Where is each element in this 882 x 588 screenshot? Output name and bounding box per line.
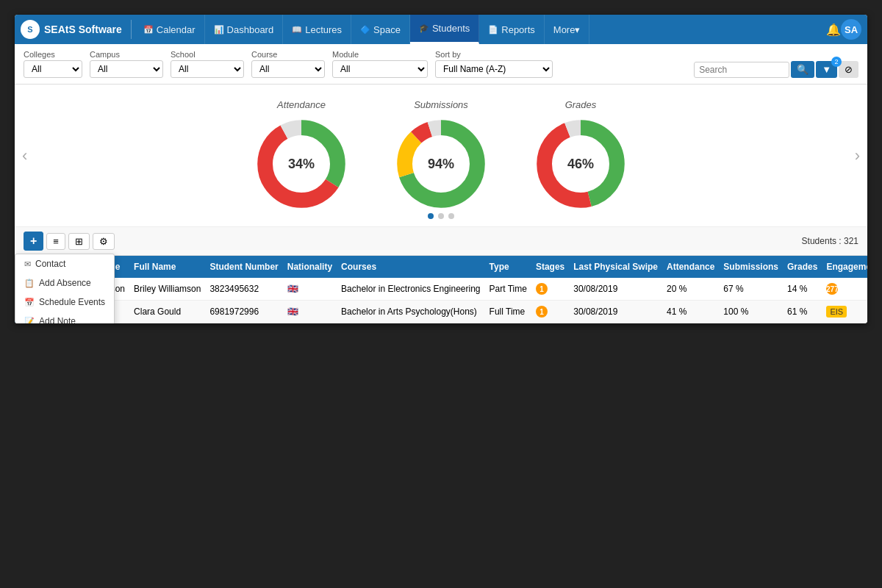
clear-filter-button[interactable]: ⊘ [839, 61, 858, 78]
filter-colleges: Colleges All [24, 50, 82, 78]
nav-label: Students [432, 23, 470, 34]
sortby-select[interactable]: Full Name (A-Z) [435, 60, 553, 78]
filter-button[interactable]: ▼ 2 [816, 61, 837, 78]
nav-item-more-[interactable]: More▾ [545, 15, 590, 44]
sortby-label: Sort by [435, 50, 553, 59]
add-note-label: Add Note [39, 316, 76, 323]
add-note-icon: 📝 [24, 317, 35, 324]
students-table-wrapper: First Name Surname Full Name Student Num… [15, 256, 867, 323]
cell-full-name: Clara Gould [129, 301, 205, 323]
col-engagement[interactable]: Engagement [822, 256, 867, 278]
nav-label: More▾ [553, 24, 581, 35]
campus-select[interactable]: All [90, 60, 163, 78]
attendance-chart: Attendance 34% [254, 99, 349, 212]
col-attendance[interactable]: Attendance [662, 256, 719, 278]
list-view-button[interactable]: ≡ [46, 233, 65, 250]
bell-icon[interactable]: 🔔 [826, 23, 841, 37]
nav-item-reports[interactable]: 📄Reports [479, 15, 545, 44]
col-stages[interactable]: Stages [531, 256, 569, 278]
submissions-donut: 94% [393, 116, 489, 212]
nav-label: Lectures [305, 24, 342, 35]
add-button[interactable]: + [24, 232, 43, 251]
cell-attendance: 41 % [662, 301, 719, 323]
search-button[interactable]: 🔍 [791, 61, 814, 78]
grades-center: 46% [567, 157, 594, 172]
chart-next-button[interactable]: › [855, 146, 860, 165]
nav-label: Reports [501, 24, 535, 35]
filter-school: School All [171, 50, 244, 78]
filter-campus: Campus All [90, 50, 163, 78]
cell-submissions: 100 % [719, 301, 783, 323]
dot-1[interactable] [428, 213, 434, 219]
cell-attendance: 20 % [662, 278, 719, 301]
col-student-number[interactable]: Student Number [205, 256, 282, 278]
cell-submissions: 67 % [719, 278, 783, 301]
dropdown-contact[interactable]: ✉ Contact [15, 254, 114, 273]
nav-icon: 🔷 [360, 25, 370, 35]
nav-item-lectures[interactable]: 📖Lectures [283, 15, 351, 44]
cell-last-swipe: 30/08/2019 [569, 278, 662, 301]
nav-label: Space [373, 24, 401, 35]
dot-2[interactable] [438, 213, 444, 219]
dot-3[interactable] [448, 213, 454, 219]
table-row[interactable]: ClaraGouldClara Gould6981972996🇬🇧Bachelo… [15, 301, 867, 323]
cell-stages: 1 [531, 301, 569, 323]
col-type[interactable]: Type [485, 256, 531, 278]
col-nationality[interactable]: Nationality [283, 256, 337, 278]
cell-type: Full Time [485, 301, 531, 323]
col-full-name[interactable]: Full Name [129, 256, 205, 278]
school-label: School [171, 50, 244, 59]
nav-item-students[interactable]: 🎓Students [410, 15, 479, 44]
dropdown-add-note[interactable]: 📝 Add Note [15, 312, 114, 323]
school-select[interactable]: All [171, 60, 244, 78]
search-group: 🔍 ▼ 2 ⊘ [694, 61, 858, 78]
cell-stages: 1 [531, 278, 569, 301]
cell-engagement: 277 [822, 278, 867, 301]
cell-full-name: Briley Williamson [129, 278, 205, 301]
cell-course: Bachelor in Arts Psychology(Hons) [337, 301, 484, 323]
stages-badge: 1 [536, 283, 548, 295]
module-select[interactable]: All [332, 60, 428, 78]
cell-grades: 61 % [783, 301, 822, 323]
course-label: Course [251, 50, 325, 59]
search-input[interactable] [694, 62, 789, 78]
students-table: First Name Surname Full Name Student Num… [15, 256, 867, 323]
filter-badge: 2 [831, 57, 842, 67]
navbar: S SEAtS Software 📅Calendar📊Dashboard📖Lec… [15, 15, 867, 44]
nav-icon: 📊 [214, 25, 224, 35]
dropdown-add-absence[interactable]: 📋 Add Absence [15, 273, 114, 293]
attendance-center: 34% [288, 157, 315, 172]
add-absence-icon: 📋 [24, 279, 35, 288]
col-courses[interactable]: Courses [337, 256, 484, 278]
table-row[interactable]: BrileyWilliamsonBriley Williamson3823495… [15, 278, 867, 301]
colleges-select[interactable]: All [24, 60, 82, 78]
avatar[interactable]: SA [841, 19, 861, 40]
attendance-title: Attendance [277, 99, 326, 110]
nav-item-calendar[interactable]: 📅Calendar [135, 15, 205, 44]
chart-dots [428, 213, 454, 219]
filter-icon: ▼ [822, 64, 831, 75]
nav-item-space[interactable]: 🔷Space [351, 15, 410, 44]
contact-label: Contact [35, 259, 65, 269]
filter-sortby: Sort by Full Name (A-Z) [435, 50, 553, 78]
settings-button[interactable]: ⚙ [93, 233, 115, 250]
col-submissions[interactable]: Submissions [719, 256, 783, 278]
nav-icon: 📄 [488, 25, 498, 35]
brand-name: SEAtS Software [44, 24, 122, 35]
cell-student-number: 6981972996 [205, 301, 282, 323]
cell-course: Bachelor in Electronics Engineering [337, 278, 484, 301]
charts-container: Attendance 34% Submissions [254, 99, 628, 212]
grid-view-button[interactable]: ⊞ [68, 233, 90, 250]
col-grades[interactable]: Grades [783, 256, 822, 278]
nav-item-dashboard[interactable]: 📊Dashboard [205, 15, 284, 44]
dropdown-schedule-events[interactable]: 📅 Schedule Events [15, 293, 114, 312]
cell-last-swipe: 30/08/2019 [569, 301, 662, 323]
stages-badge: 1 [536, 306, 548, 318]
course-select[interactable]: All [251, 60, 325, 78]
grades-chart: Grades 46% [533, 99, 628, 212]
colleges-label: Colleges [24, 50, 82, 59]
brand: S SEAtS Software [21, 20, 132, 39]
chart-prev-button[interactable]: ‹ [22, 146, 27, 165]
table-header-row: First Name Surname Full Name Student Num… [15, 256, 867, 278]
col-last-swipe[interactable]: Last Physical Swipe [569, 256, 662, 278]
